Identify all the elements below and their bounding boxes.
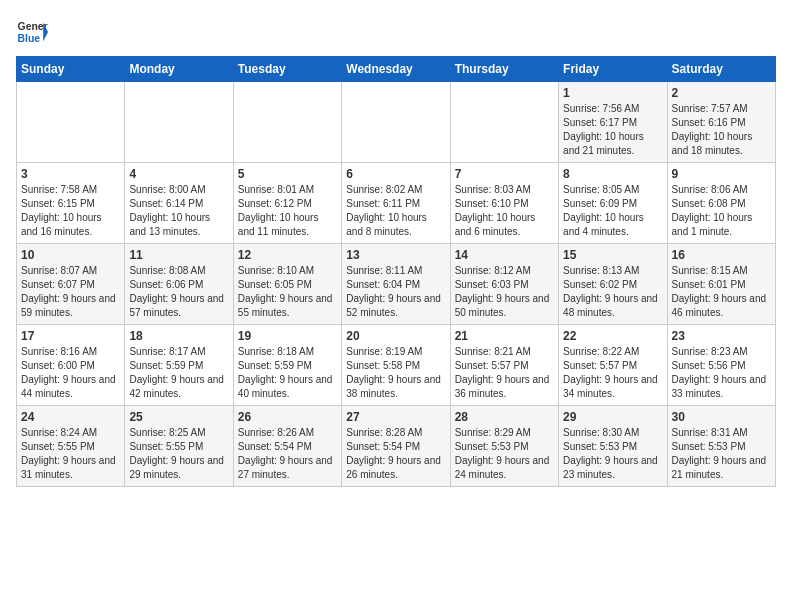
calendar-week-row: 24Sunrise: 8:24 AM Sunset: 5:55 PM Dayli… bbox=[17, 406, 776, 487]
day-number: 22 bbox=[563, 329, 662, 343]
day-number: 1 bbox=[563, 86, 662, 100]
day-info: Sunrise: 8:22 AM Sunset: 5:57 PM Dayligh… bbox=[563, 345, 662, 401]
calendar-cell: 28Sunrise: 8:29 AM Sunset: 5:53 PM Dayli… bbox=[450, 406, 558, 487]
calendar-cell bbox=[342, 82, 450, 163]
calendar-cell: 15Sunrise: 8:13 AM Sunset: 6:02 PM Dayli… bbox=[559, 244, 667, 325]
calendar-cell: 6Sunrise: 8:02 AM Sunset: 6:11 PM Daylig… bbox=[342, 163, 450, 244]
weekday-header: Wednesday bbox=[342, 57, 450, 82]
logo-icon: General Blue bbox=[16, 16, 48, 48]
day-info: Sunrise: 8:07 AM Sunset: 6:07 PM Dayligh… bbox=[21, 264, 120, 320]
day-info: Sunrise: 8:12 AM Sunset: 6:03 PM Dayligh… bbox=[455, 264, 554, 320]
calendar-cell: 30Sunrise: 8:31 AM Sunset: 5:53 PM Dayli… bbox=[667, 406, 775, 487]
day-info: Sunrise: 8:03 AM Sunset: 6:10 PM Dayligh… bbox=[455, 183, 554, 239]
weekday-header: Tuesday bbox=[233, 57, 341, 82]
day-number: 30 bbox=[672, 410, 771, 424]
day-number: 21 bbox=[455, 329, 554, 343]
calendar-cell: 26Sunrise: 8:26 AM Sunset: 5:54 PM Dayli… bbox=[233, 406, 341, 487]
calendar-cell: 20Sunrise: 8:19 AM Sunset: 5:58 PM Dayli… bbox=[342, 325, 450, 406]
calendar-cell: 11Sunrise: 8:08 AM Sunset: 6:06 PM Dayli… bbox=[125, 244, 233, 325]
day-number: 18 bbox=[129, 329, 228, 343]
day-number: 26 bbox=[238, 410, 337, 424]
day-number: 2 bbox=[672, 86, 771, 100]
calendar-cell: 23Sunrise: 8:23 AM Sunset: 5:56 PM Dayli… bbox=[667, 325, 775, 406]
weekday-header: Friday bbox=[559, 57, 667, 82]
calendar-cell: 2Sunrise: 7:57 AM Sunset: 6:16 PM Daylig… bbox=[667, 82, 775, 163]
day-number: 28 bbox=[455, 410, 554, 424]
day-number: 19 bbox=[238, 329, 337, 343]
calendar-cell bbox=[17, 82, 125, 163]
weekday-header: Saturday bbox=[667, 57, 775, 82]
day-number: 10 bbox=[21, 248, 120, 262]
day-info: Sunrise: 8:06 AM Sunset: 6:08 PM Dayligh… bbox=[672, 183, 771, 239]
day-number: 13 bbox=[346, 248, 445, 262]
day-number: 20 bbox=[346, 329, 445, 343]
calendar-cell: 19Sunrise: 8:18 AM Sunset: 5:59 PM Dayli… bbox=[233, 325, 341, 406]
calendar-cell: 27Sunrise: 8:28 AM Sunset: 5:54 PM Dayli… bbox=[342, 406, 450, 487]
day-info: Sunrise: 8:25 AM Sunset: 5:55 PM Dayligh… bbox=[129, 426, 228, 482]
calendar-cell: 24Sunrise: 8:24 AM Sunset: 5:55 PM Dayli… bbox=[17, 406, 125, 487]
day-info: Sunrise: 8:26 AM Sunset: 5:54 PM Dayligh… bbox=[238, 426, 337, 482]
day-number: 3 bbox=[21, 167, 120, 181]
calendar-cell: 17Sunrise: 8:16 AM Sunset: 6:00 PM Dayli… bbox=[17, 325, 125, 406]
calendar-cell: 22Sunrise: 8:22 AM Sunset: 5:57 PM Dayli… bbox=[559, 325, 667, 406]
day-info: Sunrise: 8:28 AM Sunset: 5:54 PM Dayligh… bbox=[346, 426, 445, 482]
day-number: 15 bbox=[563, 248, 662, 262]
day-number: 24 bbox=[21, 410, 120, 424]
day-number: 7 bbox=[455, 167, 554, 181]
day-info: Sunrise: 8:08 AM Sunset: 6:06 PM Dayligh… bbox=[129, 264, 228, 320]
calendar-cell: 12Sunrise: 8:10 AM Sunset: 6:05 PM Dayli… bbox=[233, 244, 341, 325]
day-info: Sunrise: 8:29 AM Sunset: 5:53 PM Dayligh… bbox=[455, 426, 554, 482]
day-info: Sunrise: 8:00 AM Sunset: 6:14 PM Dayligh… bbox=[129, 183, 228, 239]
svg-text:Blue: Blue bbox=[18, 33, 41, 44]
calendar-week-row: 10Sunrise: 8:07 AM Sunset: 6:07 PM Dayli… bbox=[17, 244, 776, 325]
day-info: Sunrise: 8:18 AM Sunset: 5:59 PM Dayligh… bbox=[238, 345, 337, 401]
calendar-cell bbox=[125, 82, 233, 163]
day-info: Sunrise: 8:15 AM Sunset: 6:01 PM Dayligh… bbox=[672, 264, 771, 320]
day-number: 27 bbox=[346, 410, 445, 424]
weekday-header: Sunday bbox=[17, 57, 125, 82]
day-number: 11 bbox=[129, 248, 228, 262]
day-info: Sunrise: 8:11 AM Sunset: 6:04 PM Dayligh… bbox=[346, 264, 445, 320]
day-info: Sunrise: 8:30 AM Sunset: 5:53 PM Dayligh… bbox=[563, 426, 662, 482]
calendar-week-row: 17Sunrise: 8:16 AM Sunset: 6:00 PM Dayli… bbox=[17, 325, 776, 406]
calendar-cell bbox=[233, 82, 341, 163]
day-number: 23 bbox=[672, 329, 771, 343]
day-number: 8 bbox=[563, 167, 662, 181]
calendar-cell: 21Sunrise: 8:21 AM Sunset: 5:57 PM Dayli… bbox=[450, 325, 558, 406]
calendar-cell: 8Sunrise: 8:05 AM Sunset: 6:09 PM Daylig… bbox=[559, 163, 667, 244]
day-info: Sunrise: 8:13 AM Sunset: 6:02 PM Dayligh… bbox=[563, 264, 662, 320]
day-info: Sunrise: 8:10 AM Sunset: 6:05 PM Dayligh… bbox=[238, 264, 337, 320]
calendar-cell: 29Sunrise: 8:30 AM Sunset: 5:53 PM Dayli… bbox=[559, 406, 667, 487]
day-info: Sunrise: 8:16 AM Sunset: 6:00 PM Dayligh… bbox=[21, 345, 120, 401]
day-info: Sunrise: 8:23 AM Sunset: 5:56 PM Dayligh… bbox=[672, 345, 771, 401]
day-number: 5 bbox=[238, 167, 337, 181]
weekday-header: Thursday bbox=[450, 57, 558, 82]
day-info: Sunrise: 8:31 AM Sunset: 5:53 PM Dayligh… bbox=[672, 426, 771, 482]
calendar-cell: 5Sunrise: 8:01 AM Sunset: 6:12 PM Daylig… bbox=[233, 163, 341, 244]
calendar-cell: 25Sunrise: 8:25 AM Sunset: 5:55 PM Dayli… bbox=[125, 406, 233, 487]
day-info: Sunrise: 7:56 AM Sunset: 6:17 PM Dayligh… bbox=[563, 102, 662, 158]
day-number: 29 bbox=[563, 410, 662, 424]
calendar-cell: 9Sunrise: 8:06 AM Sunset: 6:08 PM Daylig… bbox=[667, 163, 775, 244]
day-number: 6 bbox=[346, 167, 445, 181]
day-info: Sunrise: 8:17 AM Sunset: 5:59 PM Dayligh… bbox=[129, 345, 228, 401]
calendar-cell: 14Sunrise: 8:12 AM Sunset: 6:03 PM Dayli… bbox=[450, 244, 558, 325]
calendar-table: SundayMondayTuesdayWednesdayThursdayFrid… bbox=[16, 56, 776, 487]
day-number: 16 bbox=[672, 248, 771, 262]
calendar-cell: 16Sunrise: 8:15 AM Sunset: 6:01 PM Dayli… bbox=[667, 244, 775, 325]
calendar-cell: 3Sunrise: 7:58 AM Sunset: 6:15 PM Daylig… bbox=[17, 163, 125, 244]
day-info: Sunrise: 8:24 AM Sunset: 5:55 PM Dayligh… bbox=[21, 426, 120, 482]
calendar-header-row: SundayMondayTuesdayWednesdayThursdayFrid… bbox=[17, 57, 776, 82]
day-info: Sunrise: 8:21 AM Sunset: 5:57 PM Dayligh… bbox=[455, 345, 554, 401]
day-info: Sunrise: 8:01 AM Sunset: 6:12 PM Dayligh… bbox=[238, 183, 337, 239]
day-info: Sunrise: 8:02 AM Sunset: 6:11 PM Dayligh… bbox=[346, 183, 445, 239]
day-number: 25 bbox=[129, 410, 228, 424]
calendar-cell bbox=[450, 82, 558, 163]
weekday-header: Monday bbox=[125, 57, 233, 82]
day-info: Sunrise: 8:05 AM Sunset: 6:09 PM Dayligh… bbox=[563, 183, 662, 239]
day-number: 4 bbox=[129, 167, 228, 181]
calendar-cell: 13Sunrise: 8:11 AM Sunset: 6:04 PM Dayli… bbox=[342, 244, 450, 325]
calendar-cell: 1Sunrise: 7:56 AM Sunset: 6:17 PM Daylig… bbox=[559, 82, 667, 163]
day-number: 9 bbox=[672, 167, 771, 181]
page-header: General Blue bbox=[16, 16, 776, 48]
